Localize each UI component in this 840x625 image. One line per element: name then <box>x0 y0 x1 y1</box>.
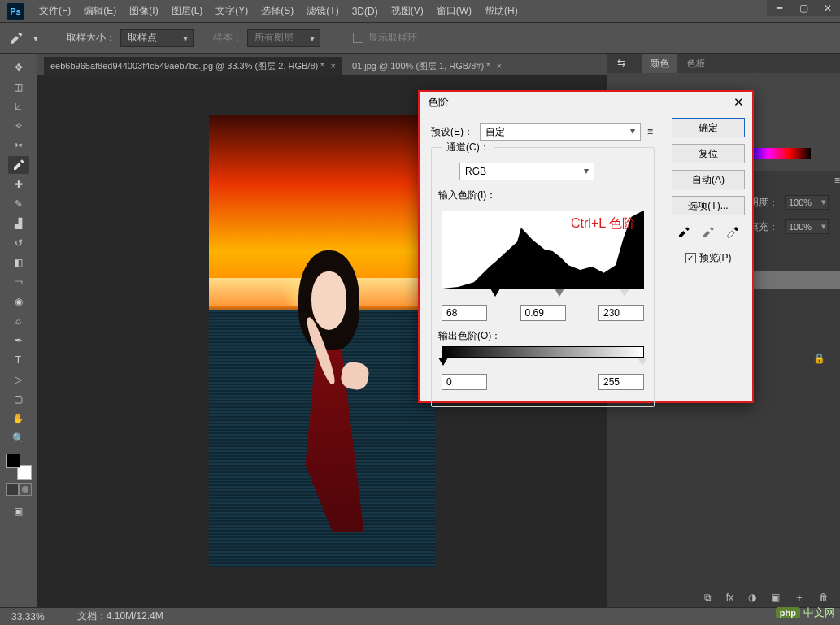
menu-3d[interactable]: 3D(D) <box>346 0 385 23</box>
watermark-text: 中文网 <box>803 605 835 620</box>
levels-titlebar[interactable]: 色阶 ✕ <box>420 92 752 113</box>
zoom-tool[interactable]: 🔍 <box>8 429 29 447</box>
menu-edit[interactable]: 编辑(E) <box>77 0 123 23</box>
menu-layer[interactable]: 图层(L) <box>165 0 210 23</box>
menu-filter[interactable]: 滤镜(T) <box>300 0 345 23</box>
sample-size-label: 取样大小： <box>67 31 115 45</box>
close-tab-icon[interactable]: × <box>331 61 336 71</box>
fill-dropdown[interactable]: 100% <box>785 219 829 234</box>
input-black-field[interactable]: 68 <box>442 305 487 321</box>
gamma-slider[interactable] <box>555 289 564 297</box>
show-sample-ring-checkbox[interactable] <box>353 33 363 43</box>
input-white-field[interactable]: 230 <box>598 305 644 321</box>
shape-tool[interactable]: ▢ <box>8 390 29 408</box>
channel-dropdown[interactable]: RGB <box>459 163 594 180</box>
history-brush-tool[interactable]: ↺ <box>8 234 29 252</box>
pen-tool[interactable]: ✒ <box>8 332 29 349</box>
hand-tool[interactable]: ✋ <box>8 410 29 428</box>
sample-size-dropdown[interactable]: 取样点 <box>120 29 194 47</box>
output-slider-track[interactable] <box>442 358 644 369</box>
fx-icon[interactable]: fx <box>726 592 733 603</box>
output-white-slider[interactable] <box>638 358 647 366</box>
eraser-tool[interactable]: ◧ <box>8 254 29 271</box>
auto-button[interactable]: 自动(A) <box>672 170 745 189</box>
window-close-button[interactable]: ✕ <box>816 0 840 16</box>
foreground-color-swatch[interactable] <box>6 454 20 468</box>
window-maximize-button[interactable]: ▢ <box>791 0 816 16</box>
document-tab-1[interactable]: eeb6b965af8ed944003f4c549aeb7bc.jpg @ 33… <box>44 57 342 75</box>
path-select-tool[interactable]: ▷ <box>8 371 29 388</box>
input-slider-track[interactable] <box>442 289 644 300</box>
new-group-icon[interactable]: ▣ <box>771 592 780 603</box>
dropdown-icon[interactable]: ▾ <box>28 30 44 46</box>
tab-title: eeb6b965af8ed944003f4c549aeb7bc.jpg @ 33… <box>50 60 324 72</box>
output-black-slider[interactable] <box>438 358 448 366</box>
cancel-button[interactable]: 复位 <box>672 144 745 163</box>
color-tab[interactable]: 颜色 <box>642 54 677 73</box>
crop-tool[interactable]: ✂ <box>8 137 29 154</box>
healing-brush-tool[interactable]: ✚ <box>8 176 29 193</box>
doc-size[interactable]: 文档：4.10M/12.4M <box>77 610 163 623</box>
brush-tool[interactable]: ✎ <box>8 195 29 213</box>
menu-view[interactable]: 视图(V) <box>385 0 430 23</box>
move-tool[interactable]: ✥ <box>8 59 29 76</box>
zoom-level[interactable]: 33.33% <box>11 611 45 623</box>
link-layers-icon[interactable]: ⧉ <box>704 592 712 603</box>
white-eyedropper-icon[interactable] <box>725 225 740 240</box>
clone-stamp-tool[interactable]: ▟ <box>8 215 29 232</box>
output-white-field[interactable]: 255 <box>598 374 644 390</box>
preset-menu-icon[interactable]: ≡ <box>647 126 653 137</box>
watermark-badge: php <box>776 607 800 618</box>
marquee-tool[interactable]: ◫ <box>8 78 29 96</box>
tab-title: 01.jpg @ 100% (图层 1, RGB/8#) * <box>352 60 490 72</box>
panel-collapse-icon[interactable]: ⇆ <box>617 57 625 68</box>
menu-type[interactable]: 文字(Y) <box>209 0 255 23</box>
sample-label: 样本： <box>213 31 242 45</box>
status-bar: 33.33% 文档：4.10M/12.4M <box>0 607 840 625</box>
fg-bg-colors[interactable] <box>6 454 32 480</box>
levels-histogram[interactable]: Ctrl+L 色阶 <box>442 211 644 289</box>
canvas[interactable] <box>209 115 435 567</box>
ok-button[interactable]: 确定 <box>672 118 745 137</box>
input-gamma-field[interactable]: 0.69 <box>520 305 566 321</box>
lock-icon: 🔒 <box>813 353 825 364</box>
lasso-tool[interactable]: ⟀ <box>8 98 29 115</box>
swatches-tab[interactable]: 色板 <box>678 54 714 73</box>
watermark: php 中文网 <box>776 605 835 620</box>
quick-mask-button[interactable] <box>19 483 32 496</box>
panel-menu-icon[interactable]: ≡ <box>834 175 840 186</box>
standard-mode-button[interactable] <box>6 483 19 496</box>
levels-close-button[interactable]: ✕ <box>733 95 744 110</box>
new-layer-icon[interactable]: ＋ <box>794 591 804 605</box>
delete-layer-icon[interactable]: 🗑 <box>819 592 829 603</box>
opacity-dropdown[interactable]: 100% <box>785 195 829 210</box>
show-sample-ring-label: 显示取样环 <box>368 31 417 45</box>
mask-icon[interactable]: ◑ <box>748 592 756 603</box>
output-gradient[interactable] <box>442 346 644 358</box>
eyedropper-tool[interactable] <box>8 156 29 174</box>
type-tool[interactable]: T <box>8 351 29 369</box>
sample-scope-dropdown[interactable]: 所有图层 <box>247 29 320 47</box>
gray-eyedropper-icon[interactable] <box>701 225 716 240</box>
black-point-slider[interactable] <box>490 289 500 297</box>
window-minimize-button[interactable]: ━ <box>767 0 791 16</box>
menu-window[interactable]: 窗口(W) <box>430 0 478 23</box>
menu-image[interactable]: 图像(I) <box>123 0 164 23</box>
preset-dropdown[interactable]: 自定 <box>480 123 641 141</box>
blur-tool[interactable]: ◉ <box>8 293 29 310</box>
close-tab-icon[interactable]: × <box>496 61 501 71</box>
white-point-slider[interactable] <box>620 289 629 297</box>
menu-bar: Ps 文件(F) 编辑(E) 图像(I) 图层(L) 文字(Y) 选择(S) 滤… <box>0 0 840 23</box>
dodge-tool[interactable]: ☼ <box>8 312 29 330</box>
menu-select[interactable]: 选择(S) <box>255 0 300 23</box>
output-black-field[interactable]: 0 <box>442 374 487 390</box>
document-tab-2[interactable]: 01.jpg @ 100% (图层 1, RGB/8#) * × <box>346 57 508 75</box>
menu-file[interactable]: 文件(F) <box>33 0 77 23</box>
black-eyedropper-icon[interactable] <box>677 225 691 240</box>
options-button[interactable]: 选项(T)... <box>672 196 745 215</box>
menu-help[interactable]: 帮助(H) <box>478 0 524 23</box>
preview-checkbox[interactable]: ✓ <box>685 253 696 263</box>
screen-mode-button[interactable]: ▣ <box>8 502 29 520</box>
gradient-tool[interactable]: ▭ <box>8 273 29 291</box>
magic-wand-tool[interactable]: ✧ <box>8 117 29 135</box>
